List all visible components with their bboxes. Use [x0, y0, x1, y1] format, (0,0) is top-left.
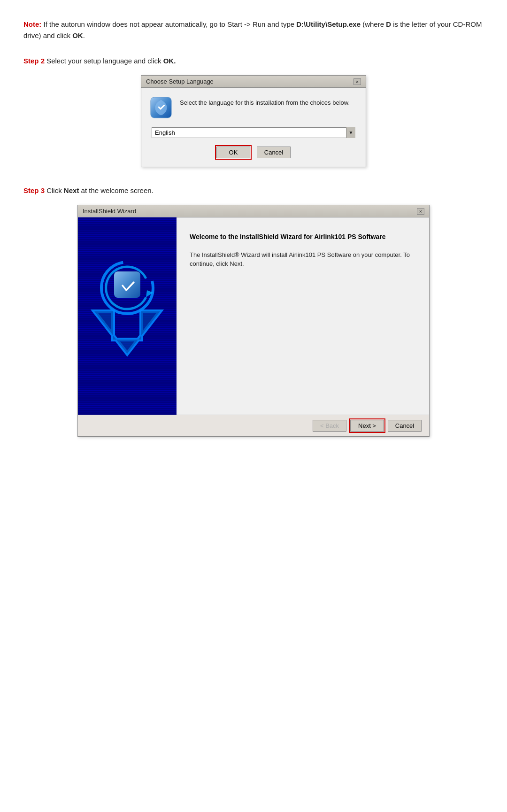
dialog-title: Choose Setup Language — [146, 78, 214, 85]
wizard-close-button[interactable]: × — [417, 208, 424, 215]
step2-label: Step 2 — [23, 57, 45, 65]
svg-rect-81 — [78, 366, 177, 366]
step3-text: Step 3 Click Next at the welcome screen. — [23, 185, 484, 196]
svg-rect-30 — [78, 270, 177, 271]
note-block: Note: If the autorun window does not app… — [23, 19, 484, 41]
note-bold3: OK — [72, 31, 83, 39]
svg-rect-26 — [78, 263, 177, 263]
svg-rect-19 — [78, 249, 177, 250]
dialog-icon-row: Select the language for this installatio… — [150, 96, 357, 119]
wizard-welcome-title: Welcome to the InstallShield Wizard for … — [190, 232, 416, 242]
svg-rect-85 — [78, 373, 177, 374]
svg-rect-17 — [78, 246, 177, 246]
svg-rect-25 — [78, 261, 177, 261]
svg-rect-103 — [78, 407, 177, 408]
svg-rect-18 — [78, 247, 177, 248]
svg-rect-98 — [78, 398, 177, 398]
installshield-wizard-dialog: InstallShield Wizard × — [77, 205, 430, 437]
step3-section: Step 3 Click Next at the welcome screen.… — [23, 185, 484, 437]
svg-rect-10 — [78, 232, 177, 233]
ok-button[interactable]: OK — [216, 147, 250, 158]
step2-section: Step 2 Select your setup language and cl… — [23, 55, 484, 167]
svg-rect-64 — [78, 334, 177, 334]
back-button[interactable]: < Back — [313, 420, 346, 432]
svg-rect-93 — [78, 388, 177, 389]
svg-rect-7 — [78, 227, 177, 227]
svg-rect-14 — [78, 240, 177, 240]
svg-rect-58 — [78, 323, 177, 323]
step3-label: Step 3 — [23, 186, 45, 194]
svg-rect-55 — [78, 317, 177, 317]
step2-bold: OK. — [163, 57, 176, 65]
svg-rect-27 — [78, 264, 177, 265]
wizard-title: InstallShield Wizard — [83, 208, 136, 215]
svg-rect-54 — [78, 315, 177, 316]
next-button[interactable]: Next > — [350, 420, 384, 432]
svg-rect-77 — [78, 358, 177, 359]
svg-rect-5 — [78, 223, 177, 224]
svg-rect-24 — [78, 259, 177, 259]
svg-rect-101 — [78, 403, 177, 404]
svg-rect-57 — [78, 321, 177, 321]
svg-rect-12 — [78, 236, 177, 237]
svg-rect-99 — [78, 400, 177, 400]
step2-body: Select your setup language and click — [45, 57, 163, 65]
language-dropdown[interactable]: English — [152, 127, 355, 138]
svg-rect-13 — [78, 238, 177, 239]
svg-rect-46 — [78, 300, 177, 301]
wizard-footer: < Back Next > Cancel — [78, 415, 429, 436]
step3-body2: at the welcome screen. — [79, 186, 153, 194]
dialog-dropdown-row: English ▼ — [150, 127, 357, 138]
svg-rect-9 — [78, 231, 177, 231]
svg-rect-45 — [78, 298, 177, 299]
dialog-titlebar: Choose Setup Language × — [141, 76, 366, 88]
svg-rect-104 — [78, 409, 177, 410]
svg-rect-105 — [78, 411, 177, 411]
svg-rect-86 — [78, 375, 177, 376]
svg-rect-82 — [78, 368, 177, 368]
svg-rect-22 — [78, 255, 177, 255]
choose-language-dialog: Choose Setup Language × — [141, 75, 366, 167]
svg-rect-80 — [78, 364, 177, 364]
svg-rect-3 — [78, 219, 177, 220]
wizard-titlebar: InstallShield Wizard × — [78, 205, 429, 217]
svg-rect-106 — [78, 413, 177, 413]
svg-rect-90 — [78, 383, 177, 383]
note-text: If the autorun window does not appear au… — [41, 20, 296, 28]
svg-rect-61 — [78, 328, 177, 329]
svg-rect-60 — [78, 326, 177, 327]
svg-rect-47 — [78, 302, 177, 302]
svg-rect-88 — [78, 379, 177, 379]
svg-rect-102 — [78, 405, 177, 406]
svg-rect-21 — [78, 253, 177, 254]
svg-rect-48 — [78, 304, 177, 304]
svg-rect-49 — [78, 306, 177, 306]
note-label: Note: — [23, 20, 41, 28]
svg-rect-87 — [78, 377, 177, 378]
note-bold2: D — [386, 20, 391, 28]
svg-rect-97 — [78, 396, 177, 396]
wizard-banner — [78, 217, 177, 415]
svg-rect-111 — [114, 271, 140, 298]
svg-rect-94 — [78, 390, 177, 391]
svg-rect-79 — [78, 362, 177, 363]
svg-rect-8 — [78, 229, 177, 229]
svg-rect-95 — [78, 392, 177, 393]
dialog-close-button[interactable]: × — [353, 78, 361, 85]
svg-rect-100 — [78, 402, 177, 402]
svg-rect-23 — [78, 257, 177, 257]
svg-rect-96 — [78, 394, 177, 394]
cancel-button[interactable]: Cancel — [257, 147, 291, 158]
svg-rect-16 — [78, 244, 177, 244]
svg-rect-63 — [78, 332, 177, 333]
wizard-cancel-button[interactable]: Cancel — [388, 420, 422, 432]
svg-rect-20 — [78, 251, 177, 252]
step2-text: Step 2 Select your setup language and cl… — [23, 55, 484, 67]
wizard-welcome-body: The InstallShield® Wizard will install A… — [190, 250, 416, 269]
wizard-content: Welcome to the InstallShield Wizard for … — [177, 217, 429, 415]
svg-rect-92 — [78, 387, 177, 387]
language-dropdown-wrapper[interactable]: English ▼ — [152, 127, 355, 138]
svg-rect-4 — [78, 221, 177, 222]
wizard-banner-graphic — [78, 217, 177, 415]
svg-rect-59 — [78, 325, 177, 325]
